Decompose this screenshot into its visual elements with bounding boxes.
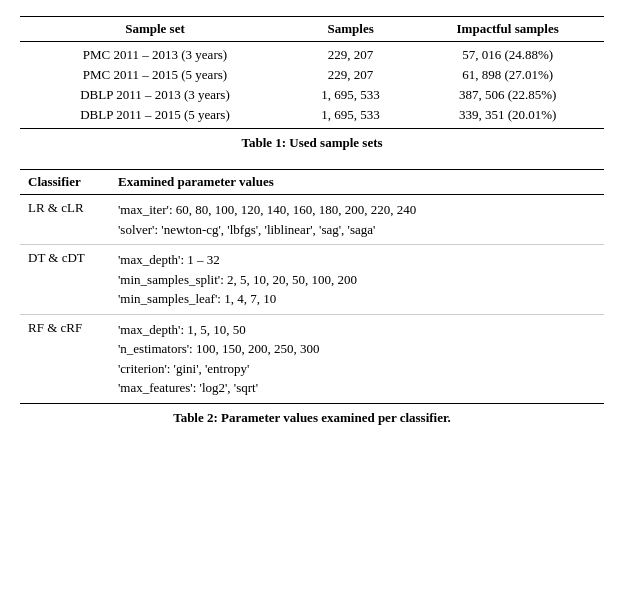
- param-line: 'n_estimators': 100, 150, 200, 250, 300: [118, 339, 596, 359]
- table-row: DBLP 2011 – 2015 (5 years)1, 695, 533339…: [20, 105, 604, 129]
- cell-sample-set: DBLP 2011 – 2013 (3 years): [20, 85, 290, 105]
- col-header-params: Examined parameter values: [110, 170, 604, 195]
- cell-impactful: 339, 351 (20.01%): [411, 105, 604, 129]
- col-header-impactful: Impactful samples: [411, 17, 604, 42]
- cell-params: 'max_depth': 1, 5, 10, 50'n_estimators':…: [110, 314, 604, 403]
- cell-samples: 229, 207: [290, 65, 411, 85]
- classifier-params-table: Classifier Examined parameter values LR …: [20, 169, 604, 404]
- table2-section: Classifier Examined parameter values LR …: [20, 169, 604, 426]
- param-line: 'solver': 'newton-cg', 'lbfgs', 'libline…: [118, 220, 596, 240]
- table-row: PMC 2011 – 2013 (3 years)229, 20757, 016…: [20, 42, 604, 66]
- cell-sample-set: DBLP 2011 – 2015 (5 years): [20, 105, 290, 129]
- table-row: DBLP 2011 – 2013 (3 years)1, 695, 533387…: [20, 85, 604, 105]
- cell-samples: 1, 695, 533: [290, 105, 411, 129]
- param-line: 'max_depth': 1, 5, 10, 50: [118, 320, 596, 340]
- cell-impactful: 57, 016 (24.88%): [411, 42, 604, 66]
- cell-samples: 1, 695, 533: [290, 85, 411, 105]
- param-line: 'max_iter': 60, 80, 100, 120, 140, 160, …: [118, 200, 596, 220]
- cell-impactful: 387, 506 (22.85%): [411, 85, 604, 105]
- param-line: 'min_samples_leaf': 1, 4, 7, 10: [118, 289, 596, 309]
- cell-sample-set: PMC 2011 – 2015 (5 years): [20, 65, 290, 85]
- param-line: 'max_depth': 1 – 32: [118, 250, 596, 270]
- cell-params: 'max_iter': 60, 80, 100, 120, 140, 160, …: [110, 195, 604, 245]
- cell-params: 'max_depth': 1 – 32'min_samples_split': …: [110, 245, 604, 315]
- col-header-classifier: Classifier: [20, 170, 110, 195]
- sample-sets-table: Sample set Samples Impactful samples PMC…: [20, 16, 604, 129]
- cell-impactful: 61, 898 (27.01%): [411, 65, 604, 85]
- cell-classifier: DT & cDT: [20, 245, 110, 315]
- col-header-samples: Samples: [290, 17, 411, 42]
- cell-samples: 229, 207: [290, 42, 411, 66]
- param-line: 'max_features': 'log2', 'sqrt': [118, 378, 596, 398]
- table1-caption: Table 1: Used sample sets: [20, 135, 604, 151]
- param-line: 'min_samples_split': 2, 5, 10, 20, 50, 1…: [118, 270, 596, 290]
- param-line: 'criterion': 'gini', 'entropy': [118, 359, 596, 379]
- col-header-sample-set: Sample set: [20, 17, 290, 42]
- table1-section: Sample set Samples Impactful samples PMC…: [20, 16, 604, 151]
- cell-classifier: LR & cLR: [20, 195, 110, 245]
- table-row: PMC 2011 – 2015 (5 years)229, 20761, 898…: [20, 65, 604, 85]
- table-row: LR & cLR'max_iter': 60, 80, 100, 120, 14…: [20, 195, 604, 245]
- table2-caption: Table 2: Parameter values examined per c…: [20, 410, 604, 426]
- table-row: RF & cRF'max_depth': 1, 5, 10, 50'n_esti…: [20, 314, 604, 403]
- cell-classifier: RF & cRF: [20, 314, 110, 403]
- table-row: DT & cDT'max_depth': 1 – 32'min_samples_…: [20, 245, 604, 315]
- cell-sample-set: PMC 2011 – 2013 (3 years): [20, 42, 290, 66]
